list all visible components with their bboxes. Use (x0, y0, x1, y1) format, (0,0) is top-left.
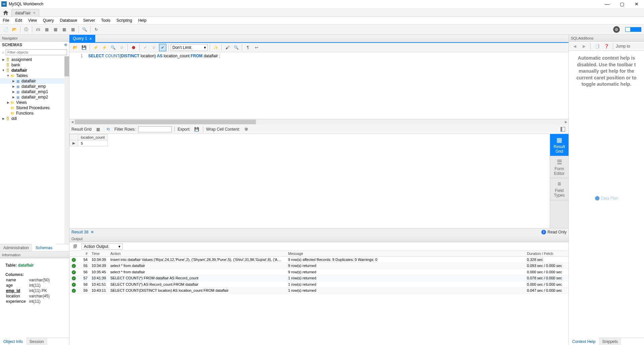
tab-object-info[interactable]: Object Info (0, 338, 26, 345)
rollback-icon[interactable]: ⊘ (150, 44, 158, 51)
save-icon[interactable]: 💾 (80, 44, 88, 51)
new-sql-tab-icon[interactable]: 📄 (2, 26, 9, 33)
editor-scrollbar[interactable]: ◀ ▶ (69, 119, 569, 125)
menu-file[interactable]: File (3, 18, 9, 23)
tab-snippets[interactable]: Snippets (599, 338, 621, 345)
menu-server[interactable]: Server (83, 18, 95, 23)
home-icon[interactable] (2, 9, 9, 16)
manual-help-icon[interactable]: ❓ (603, 43, 610, 50)
output-row[interactable]: ✓5910:43:11SELECT COUNT(DISTINCT locatio… (69, 287, 569, 294)
col-duration[interactable]: Duration / Fetch (525, 251, 569, 257)
tree-schema-ddl[interactable]: ddl (11, 116, 17, 121)
tab-administration[interactable]: Administration (0, 244, 32, 251)
export-icon[interactable]: 💾 (193, 126, 200, 133)
output-row[interactable]: ✓5610:35:45select * from dataflair9 row(… (69, 269, 569, 275)
tab-context-help[interactable]: Context Help (569, 338, 599, 345)
close-icon[interactable]: ✕ (89, 37, 92, 41)
tab-schemas[interactable]: Schemas (32, 244, 56, 251)
search-icon[interactable]: 🔍 (232, 44, 240, 51)
commit-icon[interactable]: ✔ (142, 44, 149, 51)
open-file-icon[interactable]: 📂 (71, 44, 79, 51)
toggle-bottom-panel[interactable] (631, 27, 636, 32)
filter-objects-input[interactable] (6, 49, 67, 55)
query-tab[interactable]: Query 1 ✕ (69, 35, 95, 42)
tree-schema-bank[interactable]: bank (11, 63, 20, 67)
column-header[interactable]: location_count (78, 134, 108, 140)
tree-fn-folder[interactable]: Functions (16, 111, 34, 116)
tree-schema-assignment[interactable]: assignment (11, 57, 32, 62)
toggle-right-panel[interactable] (636, 27, 641, 32)
reconnect-icon[interactable]: ↻ (93, 26, 100, 33)
explain-icon[interactable]: 🔍 (109, 44, 117, 51)
wrap-cell-icon[interactable]: ♼ (243, 126, 250, 133)
stop-icon[interactable]: ⊘ (118, 44, 125, 51)
create-schema-icon[interactable]: 🗃 (34, 26, 42, 33)
minimize-button[interactable]: — (604, 1, 610, 7)
create-table-icon[interactable]: ▦ (43, 26, 50, 33)
inspector-icon[interactable]: ⓘ (22, 26, 30, 33)
create-fn-icon[interactable]: ▦ (69, 26, 76, 33)
col-action[interactable]: Action (108, 251, 286, 257)
side-tab-field-types[interactable]: ≡Field Types (550, 178, 569, 200)
create-sp-icon[interactable]: ▦ (60, 26, 68, 33)
side-tab-form-editor[interactable]: ☰Form Editor (550, 156, 569, 178)
tree-views-folder[interactable]: Views (16, 100, 27, 105)
menu-view[interactable]: View (28, 18, 37, 23)
settings-icon[interactable]: ⚙ (613, 26, 620, 33)
invisible-icon[interactable]: ¶ (244, 44, 252, 51)
execute-current-icon[interactable]: ⚡ (101, 44, 108, 51)
menu-database[interactable]: Database (60, 18, 77, 23)
menu-query[interactable]: Query (43, 18, 54, 23)
maximize-button[interactable]: ▢ (619, 1, 625, 7)
result-grid[interactable]: location_count ▶5 (69, 134, 550, 228)
output-mode-select[interactable]: Action Output▾ (82, 244, 123, 250)
cell-value[interactable]: 5 (78, 140, 108, 146)
output-row[interactable]: ✓5510:34:39select * from dataflair9 row(… (69, 263, 569, 269)
tree-scrollbar[interactable] (64, 56, 69, 244)
side-tab-result-grid[interactable]: ▦Result Grid (550, 134, 569, 156)
close-button[interactable]: ✕ (633, 1, 640, 7)
search-table-icon[interactable]: 🔍 (81, 26, 88, 33)
connection-tab[interactable]: dataFlair ✕ (11, 9, 39, 16)
sql-editor[interactable]: 1 SELECT COUNT(DISTINCT location) AS loc… (69, 52, 569, 119)
toggle-left-panel[interactable] (625, 27, 631, 32)
execute-icon[interactable]: ⚡ (92, 44, 99, 51)
open-sql-icon[interactable]: 📂 (11, 26, 18, 33)
auto-help-icon[interactable]: 📑 (593, 43, 601, 50)
back-icon[interactable]: ◀ (571, 43, 578, 50)
menu-help[interactable]: Help (138, 18, 147, 23)
limit-select[interactable]: Don't Limit▾ (171, 44, 208, 51)
refresh-icon[interactable]: ⟲ (64, 43, 67, 47)
sql-code[interactable]: SELECT COUNT(DISTINCT location) AS locat… (86, 52, 569, 119)
output-copy-icon[interactable]: 🗐 (71, 243, 79, 250)
result-tab[interactable]: Result 38✕ (71, 230, 94, 234)
col-time[interactable]: Time (90, 251, 108, 257)
tree-tables-folder[interactable]: Tables (16, 73, 28, 78)
close-icon[interactable]: ✕ (91, 230, 94, 234)
find-icon[interactable]: 🖌 (224, 44, 231, 51)
col-message[interactable]: Message (286, 251, 525, 257)
beautify-icon[interactable]: ✨ (212, 44, 219, 51)
tree-schema-dataflair[interactable]: dataflair (11, 68, 27, 73)
grid-icon[interactable]: ▦ (94, 126, 102, 133)
close-icon[interactable]: ✕ (33, 11, 36, 15)
forward-icon[interactable]: ▶ (580, 43, 588, 50)
create-view-icon[interactable]: ▦ (52, 26, 59, 33)
tree-sp-folder[interactable]: Stored Procedures (16, 106, 50, 110)
tree-table-emp2[interactable]: dataflair_emp2 (21, 95, 48, 99)
jump-to-label[interactable]: Jump to (616, 44, 630, 49)
refresh-result-icon[interactable]: ⟲ (104, 126, 112, 133)
menu-scripting[interactable]: Scripting (116, 18, 132, 23)
menu-tools[interactable]: Tools (101, 18, 110, 23)
output-row[interactable]: ✓5810:41:51SELECT COUNT(*) AS Record_cou… (69, 281, 569, 288)
autocommit-icon[interactable]: ✔ (159, 44, 166, 51)
tree-table-dataflair[interactable]: dataflair (21, 79, 36, 83)
col-num[interactable]: # (78, 251, 90, 257)
filter-rows-input[interactable] (138, 126, 172, 132)
output-row[interactable]: ✓5410:34:39Insert into dataflair Values … (69, 257, 569, 263)
output-row[interactable]: ✓5710:41:39SELECT COUNT(*) FROM dataflai… (69, 275, 569, 281)
stop-on-error-icon[interactable]: ⬣ (130, 44, 137, 51)
tree-table-emp1[interactable]: dataflair_emp1 (21, 89, 48, 94)
output-grid[interactable]: # Time Action Message Duration / Fetch ✓… (69, 251, 569, 345)
wrap-icon[interactable]: ↩ (253, 44, 260, 51)
